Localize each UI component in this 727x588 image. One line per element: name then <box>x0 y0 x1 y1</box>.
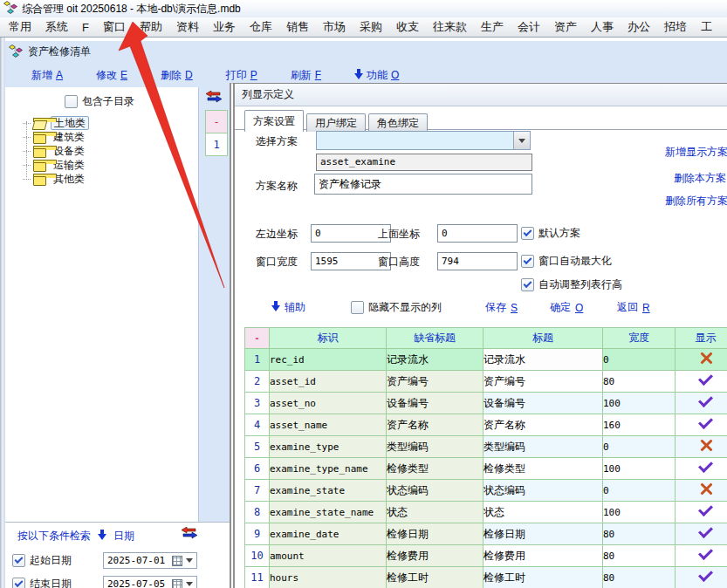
menu-item-往来款[interactable]: 往来款 <box>426 19 474 35</box>
add-scheme-link[interactable]: 新增显示方案 <box>665 145 727 160</box>
cell-id[interactable]: hours <box>270 567 387 588</box>
tree-item-其他类[interactable]: 其他类 <box>21 172 198 186</box>
menu-item-销售[interactable]: 销售 <box>279 19 316 35</box>
ok-button[interactable]: 确定 O <box>550 300 583 315</box>
cell-title[interactable]: 检修日期 <box>484 523 603 545</box>
cell-rownum[interactable]: 3 <box>245 393 270 414</box>
menu-item-仓库[interactable]: 仓库 <box>243 19 279 35</box>
tree-item-运输类[interactable]: 运输类 <box>21 158 198 172</box>
cell-width[interactable]: 100 <box>603 502 676 523</box>
cell-visible[interactable] <box>676 414 727 436</box>
cell-width[interactable]: 0 <box>603 349 676 371</box>
cell-visible[interactable] <box>676 393 727 414</box>
cell-visible[interactable] <box>676 502 727 523</box>
scheme-combobox[interactable] <box>316 131 531 150</box>
cell-rownum[interactable]: 10 <box>245 545 270 567</box>
toolbar-button-P[interactable]: 打印P <box>226 68 257 83</box>
grid-row-examine_state[interactable]: 7examine_state状态编码状态编码0 <box>245 480 727 502</box>
menu-item-系统[interactable]: 系统 <box>38 19 75 35</box>
cell-visible[interactable] <box>676 436 727 458</box>
cell-width[interactable]: 160 <box>603 414 676 436</box>
cell-default-title[interactable]: 资产编号 <box>387 371 484 393</box>
toolbar-button-O[interactable]: 功能O <box>354 68 399 83</box>
mini-cell--[interactable]: - <box>205 110 228 133</box>
start-date-field[interactable]: 2025-07-01 <box>103 552 197 569</box>
cell-visible[interactable] <box>676 545 727 567</box>
tree-item-土地类[interactable]: 土地类 <box>21 116 198 130</box>
cell-id[interactable]: examine_type <box>270 436 387 458</box>
cell-default-title[interactable]: 类型编码 <box>387 436 484 458</box>
end-date-checkbox[interactable] <box>12 578 25 588</box>
cell-default-title[interactable]: 设备编号 <box>387 393 484 414</box>
cell-visible[interactable] <box>676 567 727 588</box>
grid-row-examine_date[interactable]: 9examine_date检修日期检修日期80 <box>245 523 727 545</box>
combobox-dropdown-button[interactable] <box>513 132 530 149</box>
cell-rownum[interactable]: 4 <box>245 414 270 436</box>
cell-title[interactable]: 检修费用 <box>484 545 603 567</box>
cell-rownum[interactable]: 11 <box>245 567 270 588</box>
cell-id[interactable]: asset_id <box>270 371 387 393</box>
cell-id[interactable]: examine_type_name <box>270 458 387 480</box>
calendar-icon[interactable] <box>172 556 182 566</box>
cell-id[interactable]: rec_id <box>270 349 387 371</box>
checkbox-窗口自动最大化[interactable] <box>521 255 534 268</box>
include-subdir-checkbox[interactable] <box>65 95 78 108</box>
menu-item-生产[interactable]: 生产 <box>474 19 511 35</box>
grid-row-examine_type[interactable]: 5examine_type类型编码类型编码0 <box>245 436 727 458</box>
menu-item-采购[interactable]: 采购 <box>353 19 389 35</box>
tree-item-建筑类[interactable]: 建筑类 <box>21 130 198 144</box>
toolbar-button-A[interactable]: 新增A <box>31 68 63 83</box>
delete-scheme-link[interactable]: 删除本方案 <box>674 171 726 186</box>
swap-columns-icon[interactable] <box>205 91 223 106</box>
hide-columns-checkbox[interactable] <box>351 301 364 314</box>
toolbar-button-F[interactable]: 刷新F <box>291 68 321 83</box>
cell-id[interactable]: asset_name <box>270 414 387 436</box>
cell-default-title[interactable]: 检修类型 <box>387 458 484 480</box>
grid-row-examine_type_name[interactable]: 6examine_type_name检修类型检修类型100 <box>245 458 727 480</box>
cell-visible[interactable] <box>676 349 727 371</box>
swap-dates-icon[interactable] <box>181 527 198 542</box>
menu-item-收支[interactable]: 收支 <box>389 19 426 35</box>
menu-item-招培[interactable]: 招培 <box>657 19 694 35</box>
tab-用户绑定[interactable]: 用户绑定 <box>306 113 366 132</box>
cell-title[interactable]: 设备编号 <box>484 393 603 414</box>
cell-default-title[interactable]: 检修费用 <box>387 545 484 567</box>
menu-item-业务[interactable]: 业务 <box>206 19 243 35</box>
cell-visible[interactable] <box>676 480 727 502</box>
menu-item-帮助[interactable]: 帮助 <box>133 19 169 35</box>
cell-default-title[interactable]: 资产名称 <box>387 414 484 436</box>
toolbar-button-E[interactable]: 修改E <box>96 68 127 83</box>
checkbox-自动调整列表行高[interactable] <box>521 278 534 291</box>
tab-角色绑定[interactable]: 角色绑定 <box>368 113 428 132</box>
cell-visible[interactable] <box>676 458 727 480</box>
grid-row-asset_no[interactable]: 3asset_no设备编号设备编号100 <box>245 393 727 414</box>
cell-id[interactable]: examine_date <box>270 523 387 545</box>
cell-width[interactable]: 100 <box>603 458 676 480</box>
tab-方案设置[interactable]: 方案设置 <box>244 110 304 132</box>
top-coord-input[interactable]: 0 <box>437 224 518 243</box>
start-date-checkbox[interactable] <box>12 554 25 567</box>
cell-title[interactable]: 状态 <box>484 502 603 523</box>
cell-default-title[interactable]: 状态 <box>387 502 484 523</box>
cell-default-title[interactable]: 状态编码 <box>387 480 484 502</box>
cell-default-title[interactable]: 检修工时 <box>387 567 484 588</box>
cell-title[interactable]: 资产名称 <box>484 414 603 436</box>
cell-width[interactable]: 80 <box>603 371 676 393</box>
calendar-icon[interactable] <box>172 579 182 588</box>
end-date-field[interactable]: 2025-07-05 <box>103 576 197 588</box>
helper-button[interactable]: 辅助 <box>271 300 305 315</box>
grid-row-asset_name[interactable]: 4asset_name资产名称资产名称160 <box>245 414 727 436</box>
cell-title[interactable]: 记录流水 <box>484 349 603 371</box>
grid-row-examine_state_name[interactable]: 8examine_state_name状态状态100 <box>245 502 727 523</box>
cell-rownum[interactable]: 7 <box>245 480 270 502</box>
cell-title[interactable]: 检修类型 <box>484 458 603 480</box>
cell-width[interactable]: 80 <box>603 567 676 588</box>
grid-row-asset_id[interactable]: 2asset_id资产编号资产编号80 <box>245 371 727 393</box>
checkbox-默认方案[interactable] <box>521 227 534 240</box>
menu-item-人事[interactable]: 人事 <box>584 19 621 35</box>
cell-rownum[interactable]: 8 <box>245 502 270 523</box>
cell-rownum[interactable]: 2 <box>245 371 270 393</box>
grid-row-amount[interactable]: 10amount检修费用检修费用80 <box>245 545 727 567</box>
menu-item-资料[interactable]: 资料 <box>169 19 206 35</box>
menu-item-资产[interactable]: 资产 <box>547 19 584 35</box>
